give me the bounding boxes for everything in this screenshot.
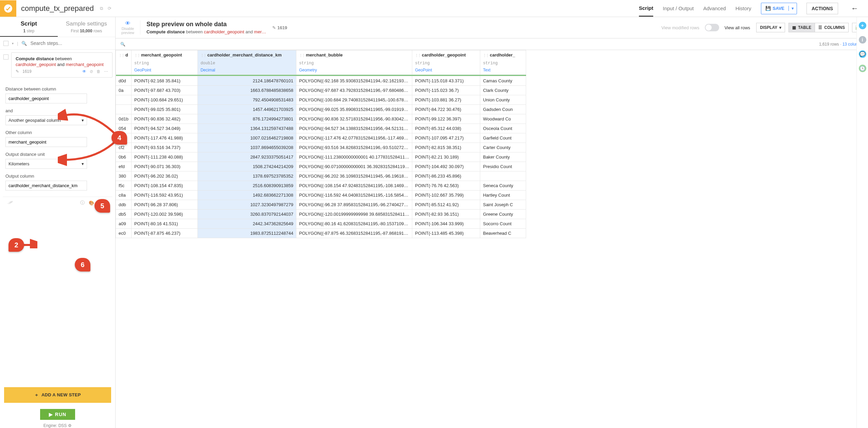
- table-row[interactable]: 0b6POINT(-111.238 40.088)2847.9233375051…: [116, 152, 526, 162]
- table-row[interactable]: POINT(-100.684 29.651)792.4504908531483P…: [116, 95, 526, 105]
- grip-icon: ⋮⋮: [483, 53, 488, 57]
- add-step-label: ADD A NEW STEP: [41, 392, 81, 397]
- table-row[interactable]: POINT(-99.025 35.801)1457.449621703925PO…: [116, 105, 526, 114]
- column-semantic[interactable]: Text: [480, 67, 526, 75]
- select-and-mode[interactable]: Another geospatial column▾: [5, 115, 87, 125]
- disable-preview-button[interactable]: 👁 Disable preview: [120, 20, 140, 35]
- cell: POINT(-90.836 32.482): [131, 114, 197, 124]
- column-semantic[interactable]: [116, 67, 132, 75]
- step-checkbox[interactable]: [3, 54, 8, 60]
- column-header[interactable]: ⋮⋮merchant_geopoint: [131, 50, 197, 60]
- table-row[interactable]: f5cPOINT(-108.154 47.835)2516.6083909138…: [116, 181, 526, 191]
- cell: POLYGON((-90.836 32.571831528411956,-90.…: [296, 114, 412, 124]
- formula-icon[interactable]: 𝒳²: [7, 200, 12, 205]
- column-header[interactable]: ⋮⋮cardholder_: [480, 50, 526, 60]
- select-all-checkbox[interactable]: [3, 41, 8, 46]
- table-row[interactable]: 0aPOINT(-97.687 43.703)1663.678848583865…: [116, 86, 526, 95]
- left-tab-sample[interactable]: Sample settings First 10,000 rows: [58, 17, 116, 37]
- refresh-icon[interactable]: ⟳: [108, 6, 111, 11]
- rail-chat-icon[interactable]: 💬: [859, 50, 866, 58]
- app-icon[interactable]: [0, 0, 16, 17]
- column-header[interactable]: ⋮⋮cardholder_geopoint: [412, 50, 480, 60]
- cell: POINT(-97.687 43.703): [131, 86, 197, 95]
- tab-io[interactable]: Input / Output: [663, 0, 694, 17]
- table-row[interactable]: db5POINT(-120.002 39.596)3260.8370792144…: [116, 210, 526, 219]
- column-semantic[interactable]: GeoPoint: [131, 67, 197, 75]
- table-row[interactable]: cf2POINT(-93.516 34.737)1037.86946550392…: [116, 143, 526, 152]
- tab-script[interactable]: Script: [639, 0, 654, 17]
- tab-history[interactable]: History: [735, 0, 751, 17]
- left-tab-script[interactable]: Script 1 step: [0, 17, 58, 37]
- column-semantic[interactable]: Geometry: [296, 67, 412, 75]
- display-label: DISPLAY: [760, 25, 777, 30]
- edit-icon[interactable]: ✎: [16, 69, 19, 74]
- disable-icon[interactable]: ⊘: [90, 69, 93, 74]
- edit-icon[interactable]: ✎: [272, 25, 276, 30]
- more-icon[interactable]: ⋯: [104, 69, 108, 74]
- table-row[interactable]: a09POINT(-80.16 41.531)2442.347362825649…: [116, 219, 526, 229]
- table-icon: ▦: [792, 25, 796, 30]
- cell: Osceola Count: [480, 124, 526, 133]
- display-button[interactable]: DISPLAY ▾: [756, 23, 785, 32]
- table-row[interactable]: 054POINT(-94.527 34.049)1364.13125974374…: [116, 124, 526, 133]
- column-type: string: [412, 60, 480, 67]
- table-row[interactable]: c88POINT(-117.476 41.988)1007.0216462719…: [116, 133, 526, 143]
- table-row[interactable]: ddbPOINT(-96.28 37.806)1027.323049798727…: [116, 200, 526, 210]
- rail-add-icon[interactable]: +: [859, 22, 866, 29]
- delete-icon[interactable]: 🗑: [97, 69, 101, 74]
- cell: POINT(-86.233 45.896): [412, 171, 480, 181]
- cell: POINT(-103.881 36.27): [412, 95, 480, 105]
- gear-icon[interactable]: ⚙: [68, 423, 72, 428]
- back-arrow-icon[interactable]: ←: [848, 4, 862, 13]
- column-header[interactable]: ⋮⋮d: [116, 50, 132, 60]
- cell: Hartley Count: [480, 191, 526, 200]
- input-other-column[interactable]: [5, 137, 87, 147]
- column-type: [116, 60, 132, 67]
- sample-suffix: rows: [93, 29, 102, 33]
- table-row[interactable]: ec0POINT(-87.875 46.237)1983.87251122487…: [116, 229, 526, 238]
- cell: f5c: [116, 181, 132, 191]
- save-dropdown[interactable]: ▾: [788, 6, 797, 11]
- palette-icon[interactable]: 🎨: [89, 200, 94, 205]
- save-button[interactable]: 💾SAVE ▾: [761, 3, 797, 14]
- cell: POLYGON((-99.025 35.890831528411965,-99.…: [296, 105, 412, 114]
- input-distance-between[interactable]: [5, 94, 87, 103]
- add-step-button[interactable]: ＋ ADD A NEW STEP: [4, 387, 111, 403]
- table-row[interactable]: c8aPOINT(-116.592 43.951)1492.6836622713…: [116, 191, 526, 200]
- column-header[interactable]: ⋮⋮cardholder_merchant_distance_km: [197, 50, 296, 60]
- table-row[interactable]: d0dPOINT(-92.168 35.841)2124.18647876010…: [116, 76, 526, 86]
- list-icon: ☰: [818, 25, 822, 30]
- tab-advanced[interactable]: Advanced: [703, 0, 726, 17]
- table-row[interactable]: 0d1bPOINT(-90.836 32.482)876.17249942738…: [116, 114, 526, 124]
- rail-info-icon[interactable]: i: [859, 36, 866, 44]
- select-dropdown-icon[interactable]: ▾: [12, 42, 14, 45]
- column-header[interactable]: ⋮⋮merchant_bubble: [296, 50, 412, 60]
- info-icon[interactable]: ⓘ: [80, 200, 85, 206]
- cell: POINT(-113.485 45.398): [412, 229, 480, 238]
- table-row[interactable]: efdPOINT(-90.071 36.303)1508.27424421420…: [116, 162, 526, 171]
- column-semantic[interactable]: Decimal: [197, 67, 296, 75]
- eye-icon[interactable]: 👁: [82, 69, 86, 74]
- actions-button[interactable]: ACTIONS: [806, 3, 838, 14]
- grip-icon: ⋮⋮: [119, 53, 124, 57]
- cell: d0d: [116, 76, 132, 86]
- view-toggle[interactable]: [705, 24, 719, 31]
- column-semantic[interactable]: GeoPoint: [412, 67, 480, 75]
- cell: POINT(-84.722 30.476): [412, 105, 480, 114]
- copy-icon[interactable]: ⧉: [100, 6, 103, 11]
- grip-icon: ⋮⋮: [201, 53, 206, 57]
- rail-history-icon[interactable]: 🕓: [859, 65, 866, 72]
- input-output-column[interactable]: [5, 181, 87, 191]
- select-unit[interactable]: Kilometers▾: [5, 159, 87, 169]
- preview-action: Compute distance: [146, 29, 185, 34]
- cell: POLYGON((-120.00199999999998 39.68583152…: [296, 210, 412, 219]
- columns-view-button[interactable]: ☰ COLUMNS: [815, 23, 849, 32]
- table-row[interactable]: 380POINT(-96.202 36.02)1378.697523785352…: [116, 171, 526, 181]
- cell: POLYGON((-111.23800000000001 40.17783152…: [296, 152, 412, 162]
- step-card[interactable]: Compute distance between cardholder_geop…: [11, 52, 112, 78]
- search-steps-input[interactable]: [30, 40, 112, 46]
- search-icon[interactable]: 🔍: [120, 42, 125, 47]
- run-button[interactable]: ▶RUN: [40, 409, 75, 420]
- table-view-button[interactable]: ▦ TABLE: [788, 23, 815, 32]
- cell: POINT(-99.025 35.801): [131, 105, 197, 114]
